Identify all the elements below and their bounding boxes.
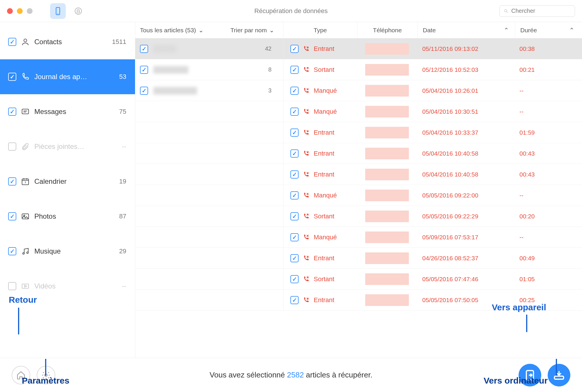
call-checkbox[interactable] (290, 212, 299, 220)
sidebar-item-music[interactable]: Musique29 (0, 234, 135, 269)
checkbox[interactable] (8, 212, 16, 220)
cell-duration: -- (514, 87, 582, 94)
svg-rect-3 (77, 11, 80, 13)
cell-duration: -- (514, 234, 582, 241)
call-entrant-icon (303, 129, 310, 136)
data-row[interactable]: Manqué05/05/2016 09:22:00-- (135, 185, 582, 206)
sidebar-item-contacts[interactable]: Contacts1511 (0, 24, 135, 59)
call-checkbox[interactable] (290, 87, 299, 95)
sidebar-item-attachments[interactable]: Pièces jointes…-- (0, 129, 135, 164)
phone-redacted (365, 211, 409, 222)
sidebar-item-photos[interactable]: Photos87 (0, 199, 135, 234)
call-checkbox[interactable] (290, 191, 299, 199)
phone-redacted (365, 106, 409, 117)
search-box[interactable] (499, 5, 575, 17)
call-checkbox[interactable] (290, 233, 299, 241)
cell-date: 05/04/2016 10:30:51 (417, 108, 514, 115)
checkbox[interactable] (8, 73, 16, 81)
footer-bar: Vous avez sélectionné 2582 articles à ré… (0, 358, 582, 392)
titlebar: Récupération de données (0, 0, 582, 22)
data-row[interactable]: Entrant05/04/2016 10:33:3701:59 (135, 122, 582, 143)
checkbox[interactable] (8, 108, 16, 116)
sidebar-item-messages[interactable]: Messages75 (0, 94, 135, 129)
call-entrant-icon (303, 171, 310, 178)
checkbox[interactable] (8, 177, 16, 186)
data-row[interactable]: Entrant05/04/2016 10:40:5800:43 (135, 164, 582, 185)
checkbox[interactable] (8, 38, 16, 46)
data-row[interactable]: 8Sortant05/12/2016 10:52:0300:21 (135, 59, 582, 80)
row-checkbox[interactable] (140, 45, 148, 53)
call-checkbox[interactable] (290, 66, 299, 74)
data-row[interactable]: Sortant05/05/2016 07:47:4601:05 (135, 269, 582, 290)
call-entrant-icon (303, 45, 310, 52)
contact-name-redacted (153, 66, 188, 74)
articles-dropdown[interactable]: Tous les articles (53)⌄ (140, 27, 204, 34)
data-row[interactable]: Manqué05/09/2016 07:53:17-- (135, 227, 582, 248)
zoom-window-dot[interactable] (27, 8, 33, 14)
col-header-phone[interactable]: Téléphone (357, 27, 417, 34)
row-checkbox[interactable] (140, 66, 148, 74)
sidebar-item-label: Calendrier (34, 177, 67, 186)
col-header-duration[interactable]: Durée⌃ (515, 27, 582, 34)
contact-call-count: 42 (265, 45, 272, 52)
call-sortant-icon (303, 213, 310, 220)
cell-duration: 00:43 (514, 171, 582, 178)
cell-date: 04/26/2016 08:52:37 (417, 255, 514, 262)
cell-type: Entrant (283, 254, 357, 262)
search-input[interactable] (511, 8, 571, 14)
svg-marker-20 (25, 285, 27, 287)
call-entrant-icon (303, 297, 310, 304)
sidebar-item-label: Vidéos (34, 282, 56, 290)
call-checkbox[interactable] (290, 129, 299, 137)
col-header-type[interactable]: Type (283, 27, 357, 34)
data-row[interactable]: 3Manqué05/04/2016 10:26:01-- (135, 80, 582, 101)
cell-phone (357, 252, 417, 264)
sidebar-item-calls[interactable]: Journal des ap…53 (0, 59, 135, 94)
cell-type: Manqué (283, 191, 357, 199)
call-checkbox[interactable] (290, 108, 299, 116)
checkbox[interactable] (8, 282, 16, 290)
data-row[interactable]: 42Entrant05/11/2016 09:13:0200:38 (135, 38, 582, 59)
data-row[interactable]: Entrant05/04/2016 10:40:5800:43 (135, 143, 582, 164)
sidebar-item-label: Messages (34, 108, 66, 116)
cell-date: 05/05/2016 09:22:29 (417, 213, 514, 220)
call-type-label: Manqué (314, 87, 337, 95)
cell-phone (357, 127, 417, 138)
sidebar-item-count: -- (122, 282, 126, 290)
row-checkbox[interactable] (140, 87, 148, 95)
call-checkbox[interactable] (290, 296, 299, 304)
sidebar-item-calendar[interactable]: 3Calendrier19 (0, 164, 135, 199)
article-sort-group: Tous les articles (53)⌄ Trier par nom⌄ (135, 27, 283, 34)
data-row[interactable]: Manqué05/04/2016 10:30:51-- (135, 101, 582, 122)
sidebar: Contacts1511Journal des ap…53Messages75P… (0, 22, 135, 358)
cell-duration: 00:49 (514, 255, 582, 262)
to-computer-button[interactable] (548, 364, 570, 386)
sortby-dropdown[interactable]: Trier par nom⌄ (230, 27, 274, 34)
checkbox[interactable] (8, 247, 16, 255)
sidebar-item-count: 75 (119, 108, 126, 115)
call-type-label: Sortant (314, 275, 334, 283)
call-checkbox[interactable] (290, 149, 299, 158)
attachments-icon (20, 142, 30, 152)
cell-date: 05/04/2016 10:40:58 (417, 171, 514, 178)
window-title: Récupération de données (254, 7, 328, 15)
callout-parametres: Paramètres (22, 376, 69, 386)
mode-phone-button[interactable] (50, 3, 66, 19)
cell-type: Entrant (283, 129, 357, 137)
cell-duration: 00:20 (514, 213, 582, 220)
call-type-label: Entrant (314, 296, 334, 304)
col-header-date[interactable]: Date⌃ (418, 27, 515, 34)
cell-phone (357, 294, 417, 306)
close-window-dot[interactable] (7, 8, 13, 14)
call-checkbox[interactable] (290, 170, 299, 179)
call-type-label: Manqué (314, 234, 337, 241)
call-checkbox[interactable] (290, 45, 299, 53)
call-checkbox[interactable] (290, 254, 299, 262)
checkbox[interactable] (8, 142, 16, 151)
data-row[interactable]: Entrant04/26/2016 08:52:3700:49 (135, 248, 582, 269)
mode-secondary-button[interactable] (70, 3, 86, 19)
data-row[interactable]: Sortant05/05/2016 09:22:2900:20 (135, 206, 582, 227)
cell-phone (357, 169, 417, 180)
call-checkbox[interactable] (290, 275, 299, 283)
minimize-window-dot[interactable] (17, 8, 23, 14)
